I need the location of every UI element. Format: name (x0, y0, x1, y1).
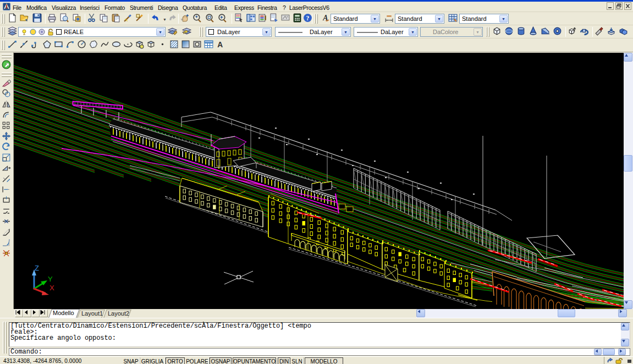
svg-text:A: A (217, 40, 223, 49)
svg-text:Y: Y (48, 275, 53, 283)
svg-text:Z: Z (35, 264, 39, 272)
svg-text:X: X (49, 284, 54, 292)
svg-text:?: ? (306, 15, 310, 22)
